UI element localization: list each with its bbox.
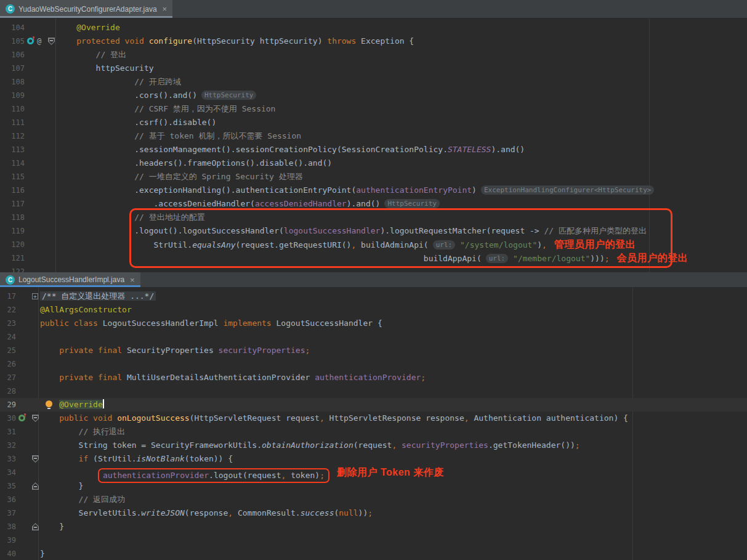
line-number[interactable]: 38 bbox=[0, 520, 16, 534]
code-line[interactable]: public void onLogoutSuccess(HttpServletR… bbox=[38, 412, 747, 425]
code-line[interactable]: .csrf().disable() bbox=[55, 116, 747, 129]
gutter[interactable]: 105↑@ bbox=[0, 34, 55, 48]
code-line[interactable]: // 执行退出 bbox=[38, 425, 747, 439]
code-line[interactable]: buildAppApi(url: "/member/logout")));会员用… bbox=[55, 251, 747, 265]
gutter[interactable]: 17+ bbox=[0, 290, 38, 303]
gutter[interactable]: 108 bbox=[0, 75, 55, 89]
code-line[interactable]: // 开启跨域 bbox=[55, 75, 747, 89]
gutter[interactable]: 36 bbox=[0, 493, 38, 506]
gutter[interactable]: 119 bbox=[0, 224, 55, 238]
line-number[interactable]: 110 bbox=[0, 102, 25, 116]
code-line[interactable]: StrUtil.equalsAny(request.getRequestURI(… bbox=[55, 238, 747, 251]
line-number[interactable]: 22 bbox=[0, 303, 16, 317]
line-number[interactable]: 111 bbox=[0, 116, 25, 129]
line-number[interactable]: 29 bbox=[0, 398, 16, 412]
code-line[interactable]: protected void configure(HttpSecurity ht… bbox=[55, 34, 747, 48]
line-number[interactable]: 119 bbox=[0, 224, 25, 238]
code-line[interactable]: } bbox=[38, 520, 747, 534]
gutter[interactable]: 116 bbox=[0, 184, 55, 197]
fold-collapse-icon[interactable] bbox=[32, 482, 39, 490]
code-line[interactable]: .logout().logoutSuccessHandler(logoutSuc… bbox=[55, 224, 747, 238]
gutter[interactable]: 106 bbox=[0, 48, 55, 62]
code-line[interactable]: .accessDeniedHandler(accessDeniedHandler… bbox=[55, 197, 747, 211]
tab-logout-success-handler-impl[interactable]: C LogoutSuccessHandlerImpl.java × bbox=[0, 272, 140, 287]
gutter[interactable]: 112 bbox=[0, 129, 55, 143]
gutter[interactable]: 109 bbox=[0, 89, 55, 102]
line-number[interactable]: 25 bbox=[0, 344, 16, 357]
line-number[interactable]: 104 bbox=[0, 21, 25, 34]
code-line[interactable]: private final SecurityProperties securit… bbox=[38, 344, 747, 357]
code-line[interactable]: if (StrUtil.isNotBlank(token)) { bbox=[38, 452, 747, 466]
overriding-method-icon[interactable]: ↑ bbox=[18, 415, 25, 421]
line-number[interactable]: 106 bbox=[0, 48, 25, 62]
gutter[interactable]: 118 bbox=[0, 211, 55, 224]
gutter[interactable]: 26 bbox=[0, 357, 38, 371]
line-number[interactable]: 121 bbox=[0, 251, 25, 265]
code-line[interactable]: @AllArgsConstructor bbox=[38, 303, 747, 317]
fold-collapse-icon[interactable] bbox=[48, 38, 55, 45]
code-editor-bottom[interactable]: 17+/** 自定义退出处理器 ...*/22@AllArgsConstruct… bbox=[0, 288, 747, 560]
code-line[interactable]: .sessionManagement().sessionCreationPoli… bbox=[55, 143, 747, 156]
code-line[interactable]: // 登出地址的配置 bbox=[55, 211, 747, 224]
code-line[interactable]: } bbox=[38, 479, 747, 493]
fold-expand-icon[interactable]: + bbox=[32, 293, 38, 299]
code-line[interactable]: /** 自定义退出处理器 ...*/ bbox=[38, 290, 747, 303]
gutter[interactable]: 25 bbox=[0, 344, 38, 357]
code-line[interactable] bbox=[38, 534, 747, 547]
gutter[interactable]: 22 bbox=[0, 303, 38, 317]
line-number[interactable]: 115 bbox=[0, 170, 25, 184]
line-number[interactable]: 37 bbox=[0, 506, 16, 520]
code-line[interactable]: // 基于 token 机制，所以不需要 Session bbox=[55, 129, 747, 143]
line-number[interactable]: 112 bbox=[0, 129, 25, 143]
gutter[interactable]: 40 bbox=[0, 547, 38, 560]
gutter[interactable]: 33 bbox=[0, 452, 38, 466]
line-number[interactable]: 32 bbox=[0, 439, 16, 452]
line-number[interactable]: 113 bbox=[0, 143, 25, 156]
line-number[interactable]: 33 bbox=[0, 452, 16, 466]
gutter[interactable]: 115 bbox=[0, 170, 55, 184]
code-line[interactable]: ServletUtils.writeJSON(response, CommonR… bbox=[38, 506, 747, 520]
line-number[interactable]: 118 bbox=[0, 211, 25, 224]
code-line[interactable] bbox=[38, 384, 747, 398]
gutter[interactable]: 24 bbox=[0, 330, 38, 344]
line-number[interactable]: 117 bbox=[0, 197, 25, 211]
line-number[interactable]: 34 bbox=[0, 466, 16, 479]
gutter[interactable]: 121 bbox=[0, 251, 55, 265]
gutter[interactable]: 28 bbox=[0, 384, 38, 398]
line-number[interactable]: 30 bbox=[0, 412, 16, 425]
code-line[interactable]: .exceptionHandling().authenticationEntry… bbox=[55, 184, 747, 197]
gutter[interactable]: 23 bbox=[0, 317, 38, 330]
gutter[interactable]: 111 bbox=[0, 116, 55, 129]
code-line[interactable]: authenticationProvider.logout(request, t… bbox=[38, 466, 747, 479]
code-line[interactable]: httpSecurity bbox=[55, 62, 747, 75]
gutter[interactable]: 35 bbox=[0, 479, 38, 493]
gutter[interactable]: 39 bbox=[0, 534, 38, 547]
tab-yudao-web-security-configurer-adapter[interactable]: C YudaoWebSecurityConfigurerAdapter.java… bbox=[0, 0, 172, 18]
line-number[interactable]: 24 bbox=[0, 330, 16, 344]
gutter[interactable]: 104 bbox=[0, 21, 55, 34]
fold-collapse-icon[interactable] bbox=[32, 415, 39, 422]
code-line[interactable]: .cors().and()HttpSecurity bbox=[55, 89, 747, 102]
line-number[interactable]: 108 bbox=[0, 75, 25, 89]
gutter[interactable]: 110 bbox=[0, 102, 55, 116]
line-number[interactable]: 109 bbox=[0, 89, 25, 102]
gutter[interactable]: 38 bbox=[0, 520, 38, 534]
line-number[interactable]: 35 bbox=[0, 479, 16, 493]
gutter[interactable]: 107 bbox=[0, 62, 55, 75]
gutter[interactable]: 31 bbox=[0, 425, 38, 439]
code-line[interactable]: @Override bbox=[55, 21, 747, 34]
gutter[interactable]: 29 bbox=[0, 398, 38, 412]
line-number[interactable]: 39 bbox=[0, 534, 16, 547]
line-number[interactable]: 31 bbox=[0, 425, 16, 439]
code-line[interactable]: @Override bbox=[38, 398, 747, 412]
code-line[interactable]: public class LogoutSuccessHandlerImpl im… bbox=[38, 317, 747, 330]
annotation-icon[interactable]: @ bbox=[37, 34, 41, 48]
line-number[interactable]: 23 bbox=[0, 317, 16, 330]
line-number[interactable]: 105 bbox=[0, 34, 25, 48]
gutter[interactable]: 27 bbox=[0, 371, 38, 384]
gutter[interactable]: 117 bbox=[0, 197, 55, 211]
intention-bulb-icon[interactable] bbox=[46, 400, 52, 407]
line-number[interactable]: 26 bbox=[0, 357, 16, 371]
gutter[interactable]: 122 bbox=[0, 265, 55, 272]
code-line[interactable]: // 一堆自定义的 Spring Security 处理器 bbox=[55, 170, 747, 184]
